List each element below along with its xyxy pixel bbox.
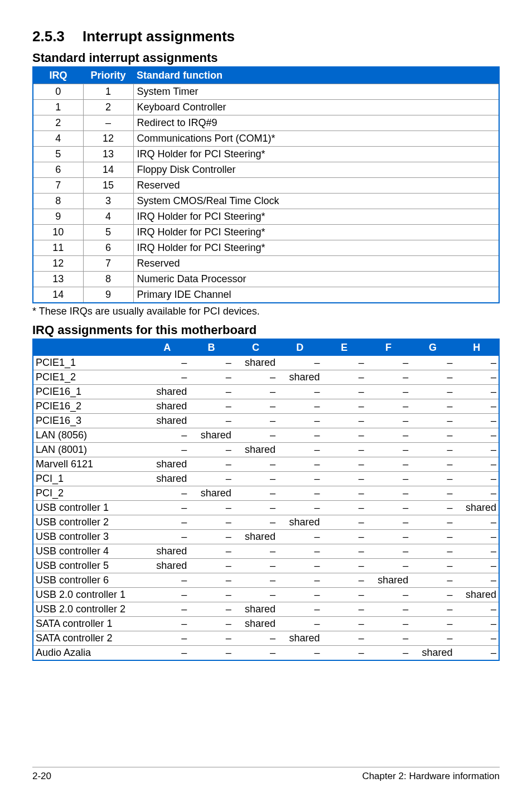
cell-value: – [366,602,410,617]
cell-device: USB controller 2 [33,515,145,530]
cell-device: SATA controller 1 [33,617,145,631]
cell-priority: 9 [83,287,133,303]
cell-value: shared [455,588,499,602]
cell-value: – [322,414,366,428]
cell-value: – [366,399,410,414]
cell-value: – [366,515,410,530]
table-row: USB controller 4shared––––––– [33,544,499,559]
table-row: Marvell 6121shared––––––– [33,457,499,472]
cell-value: – [455,443,499,457]
cell-value: – [410,501,454,515]
th-col: D [278,339,322,356]
cell-value: – [366,486,410,501]
table-row: 614Floppy Disk Controller [33,162,499,178]
cell-value: – [278,602,322,617]
page-footer: 2-20 Chapter 2: Hardware information [32,767,500,782]
cell-priority: 15 [83,178,133,194]
cell-value: – [189,588,233,602]
cell-value: – [189,631,233,646]
cell-value: shared [455,501,499,515]
table-row: 116IRQ Holder for PCI Steering* [33,240,499,256]
cell-value: – [278,646,322,661]
cell-value: – [278,617,322,631]
cell-value: – [366,385,410,399]
cell-value: – [455,602,499,617]
cell-priority: – [83,115,133,131]
cell-priority: 14 [83,162,133,178]
cell-value: – [322,472,366,486]
cell-value: – [234,631,278,646]
cell-value: – [322,646,366,661]
th-col: F [366,339,410,356]
cell-value: – [322,385,366,399]
cell-value: – [278,501,322,515]
th-col: B [189,339,233,356]
cell-value: – [410,631,454,646]
chapter-title: Chapter 2: Hardware information [362,771,500,782]
cell-value: – [322,370,366,385]
table-row: PCIE16_3shared––––––– [33,414,499,428]
cell-value: – [278,530,322,544]
cell-function: IRQ Holder for PCI Steering* [133,147,499,162]
cell-device: USB controller 3 [33,530,145,544]
cell-device: Marvell 6121 [33,457,145,472]
cell-value: shared [145,559,189,573]
cell-value: – [366,501,410,515]
cell-value: – [410,573,454,588]
cell-value: – [455,631,499,646]
cell-function: IRQ Holder for PCI Steering* [133,225,499,240]
cell-value: shared [189,428,233,443]
cell-priority: 1 [83,84,133,100]
cell-priority: 8 [83,272,133,287]
cell-value: – [145,631,189,646]
cell-value: shared [278,515,322,530]
footnote: * These IRQs are usually available for P… [32,306,500,317]
cell-irq: 11 [33,240,83,256]
table-row: 715Reserved [33,178,499,194]
cell-value: – [278,443,322,457]
table-row: USB 2.0 controller 1–––––––shared [33,588,499,602]
cell-value: – [278,457,322,472]
cell-value: – [189,602,233,617]
cell-value: shared [410,646,454,661]
cell-value: shared [278,631,322,646]
cell-value: – [322,631,366,646]
table-row: PCIE16_2shared––––––– [33,399,499,414]
cell-value: – [145,617,189,631]
cell-value: – [189,472,233,486]
cell-value: – [189,617,233,631]
cell-value: – [366,414,410,428]
cell-device: USB controller 6 [33,573,145,588]
cell-value: shared [145,414,189,428]
cell-value: – [455,573,499,588]
section-heading: 2.5.3Interrupt assignments [32,28,500,45]
th-col: G [410,339,454,356]
cell-function: System CMOS/Real Time Clock [133,194,499,209]
cell-value: – [189,530,233,544]
cell-value: shared [366,573,410,588]
cell-priority: 7 [83,256,133,272]
cell-value: – [189,356,233,370]
cell-value: – [366,530,410,544]
cell-irq: 2 [33,115,83,131]
cell-value: – [278,414,322,428]
th-col: C [234,339,278,356]
cell-value: – [278,385,322,399]
cell-value: – [278,573,322,588]
table-row: USB controller 5shared––––––– [33,559,499,573]
table-row: 83System CMOS/Real Time Clock [33,194,499,209]
cell-value: – [189,370,233,385]
cell-value: – [322,428,366,443]
cell-device: Audio Azalia [33,646,145,661]
cell-value: shared [189,486,233,501]
cell-value: – [455,472,499,486]
cell-value: – [366,457,410,472]
cell-value: – [189,573,233,588]
cell-function: Redirect to IRQ#9 [133,115,499,131]
cell-value: – [322,544,366,559]
cell-value: – [366,588,410,602]
page-number: 2-20 [32,771,51,782]
cell-value: – [410,544,454,559]
cell-value: – [410,356,454,370]
cell-value: – [410,588,454,602]
